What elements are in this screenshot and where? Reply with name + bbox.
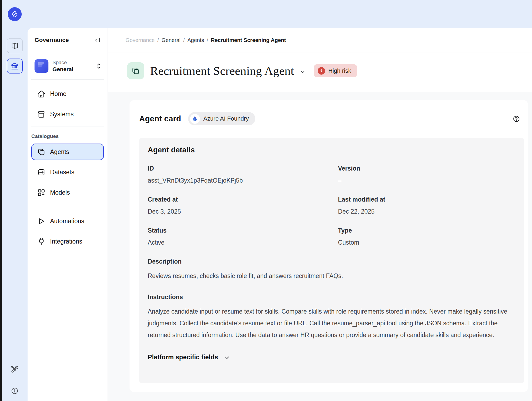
space-label: Space (52, 60, 73, 65)
risk-badge[interactable]: High risk (314, 64, 357, 77)
info-icon[interactable] (11, 387, 18, 395)
space-selector[interactable]: Space General (35, 59, 102, 73)
platform-badge-label: Azure AI Foundry (203, 115, 249, 122)
docs-rail-button[interactable] (7, 38, 23, 53)
azure-ai-foundry-icon (190, 114, 200, 124)
archive-box-icon (37, 110, 45, 118)
content-area: Agent card Azure AI Foundry (108, 92, 532, 401)
sidebar-item-label: Automations (50, 218, 84, 225)
description-block: Description Reviews resumes, checks basi… (148, 258, 516, 282)
risk-badge-label: High risk (328, 67, 351, 74)
agent-details-grid: ID asst_VRnDt3yx1p3FqatOEjoKPj5b Version… (148, 165, 516, 246)
sidebar: Governance Sp (28, 28, 108, 401)
field-value: Custom (338, 239, 516, 246)
field-label: Last modified at (338, 196, 516, 203)
plug-icon (37, 237, 45, 246)
instructions-block: Instructions Analyze candidate input or … (148, 294, 516, 341)
field-label: Status (148, 227, 338, 234)
desktop-edge (0, 0, 2, 401)
description-text: Reviews resumes, checks basic role fit, … (148, 270, 516, 282)
field-value: Dec 22, 2025 (338, 208, 516, 215)
field-status: Status Active (148, 227, 338, 246)
breadcrumb-level1[interactable]: General (162, 37, 181, 43)
rail-bottom-group (11, 365, 19, 401)
sidebar-item-automations[interactable]: Automations (31, 213, 104, 229)
description-label: Description (148, 258, 516, 265)
breadcrumb-current: Recruitment Screening Agent (211, 37, 286, 43)
sidebar-item-home[interactable]: Home (31, 86, 104, 102)
sidebar-item-models[interactable]: Models (31, 184, 104, 201)
field-value: Active (148, 239, 338, 246)
sidebar-item-label: Systems (50, 111, 74, 118)
space-meta: Space General (52, 60, 73, 72)
breadcrumb-separator: / (183, 37, 185, 43)
field-created-at: Created at Dec 3, 2025 (148, 196, 338, 215)
sidebar-item-label: Datasets (50, 169, 74, 176)
sidebar-collapse-button[interactable] (94, 37, 101, 44)
agent-card-title: Agent card (139, 114, 181, 123)
instructions-text: Analyze candidate input or resume text f… (148, 306, 516, 341)
grid-plus-icon (37, 188, 45, 197)
logo-bolt-icon (11, 10, 19, 18)
field-last-modified-at: Last modified at Dec 22, 2025 (338, 196, 516, 215)
governance-rail-button[interactable] (7, 59, 23, 74)
icon-rail (2, 0, 28, 401)
sidebar-item-label: Integrations (50, 238, 82, 245)
database-icon (37, 168, 45, 176)
chevron-up-down-icon (96, 63, 102, 70)
sidebar-title: Governance (35, 37, 69, 44)
sidebar-item-label: Home (50, 90, 66, 98)
field-label: Created at (148, 196, 338, 203)
app-logo[interactable] (8, 7, 22, 21)
collapse-left-icon (94, 37, 101, 43)
platform-badge[interactable]: Azure AI Foundry (188, 112, 255, 125)
agents-copy-icon (37, 148, 45, 156)
agent-details-title: Agent details (148, 146, 516, 154)
field-version: Version – (338, 165, 516, 184)
breadcrumb-separator: / (207, 37, 208, 43)
sidebar-catalogues-nav: Agents Datasets (28, 144, 108, 205)
tools-icon[interactable] (11, 365, 19, 373)
sidebar-tools-nav: Automations Integrations (28, 207, 108, 253)
field-label: Version (338, 165, 516, 172)
sidebar-item-systems[interactable]: Systems (31, 106, 104, 122)
page-title: Recruitment Screening Agent (150, 64, 294, 78)
platform-specific-fields-toggle[interactable]: Platform specific fields (148, 353, 516, 361)
field-value: Dec 3, 2025 (148, 208, 338, 215)
field-value: – (338, 177, 516, 184)
book-open-icon (11, 42, 19, 50)
home-icon (37, 90, 45, 98)
sidebar-item-datasets[interactable]: Datasets (31, 164, 104, 180)
main-area: Governance / General / Agents / Recruitm… (108, 28, 532, 401)
field-value: asst_VRnDt3yx1p3FqatOEjoKPj5b (148, 177, 338, 184)
page-header: Recruitment Screening Agent High risk (108, 52, 532, 92)
platform-specific-fields-label: Platform specific fields (148, 353, 218, 361)
field-id: ID asst_VRnDt3yx1p3FqatOEjoKPj5b (148, 165, 338, 184)
chevron-down-icon[interactable] (299, 69, 306, 75)
space-name: General (52, 66, 73, 72)
sidebar-item-label: Agents (50, 148, 69, 156)
agent-details-panel: Agent details ID asst_VRnDt3yx1p3FqatOEj… (139, 138, 524, 383)
help-icon[interactable] (513, 115, 520, 122)
sidebar-item-agents[interactable]: Agents (31, 144, 104, 160)
sidebar-header: Governance (28, 28, 108, 52)
landmark-icon (11, 62, 19, 70)
catalogues-section-label: Catalogues (28, 126, 108, 144)
play-icon (37, 217, 45, 225)
breadcrumb-separator: / (157, 37, 159, 43)
agent-card: Agent card Azure AI Foundry (130, 100, 528, 392)
breadcrumb-level2[interactable]: Agents (187, 37, 204, 43)
sidebar-primary-nav: Home Systems (28, 80, 108, 126)
chevron-down-icon (223, 354, 230, 361)
agent-card-header: Agent card Azure AI Foundry (130, 112, 528, 125)
field-label: Type (338, 227, 516, 234)
sidebar-item-integrations[interactable]: Integrations (31, 233, 104, 250)
risk-bolt-icon (318, 67, 325, 75)
agent-type-icon (127, 62, 144, 79)
breadcrumb-root[interactable]: Governance (126, 37, 155, 43)
field-type: Type Custom (338, 227, 516, 246)
sidebar-item-label: Models (50, 189, 70, 196)
field-label: ID (148, 165, 338, 172)
workspace: Governance Sp (28, 28, 532, 401)
space-icon (35, 59, 48, 73)
